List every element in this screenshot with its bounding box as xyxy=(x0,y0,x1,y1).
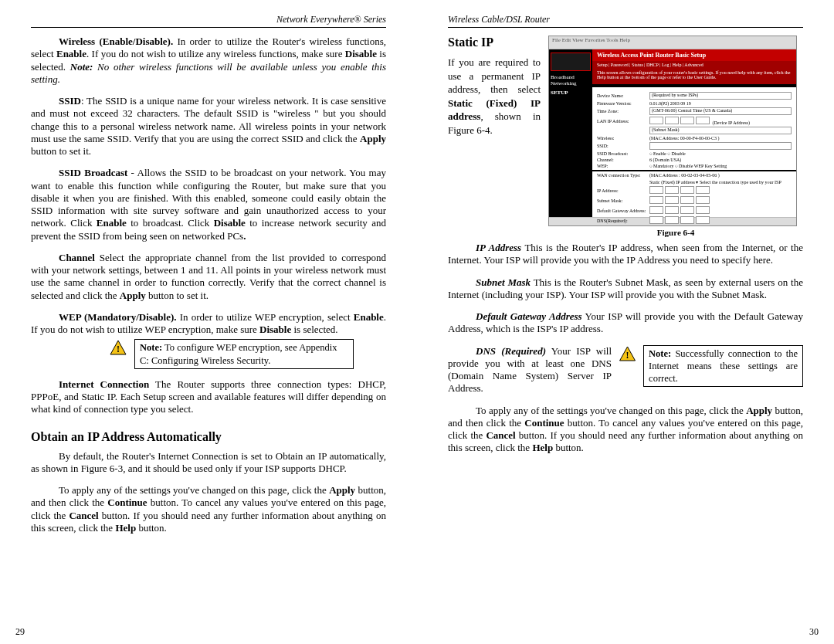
para-wep: WEP (Mandatory/Disable). In order to uti… xyxy=(31,311,386,337)
router-description: This screen allows configuration of your… xyxy=(592,69,796,84)
svg-text:!: ! xyxy=(117,344,120,354)
router-banner: Wireless Access Point Router Basic Setup xyxy=(592,49,796,61)
note-box-connection: Note: Successfully connection to the Int… xyxy=(643,345,803,388)
para-ssid: SSID: The SSID is a unique name for your… xyxy=(31,95,386,158)
warning-icon: ! xyxy=(618,345,637,364)
figure-caption-6-4: Figure 6-4 xyxy=(548,228,803,237)
note-box-wep: Note: To configure WEP encryption, see A… xyxy=(134,339,354,369)
heading-obtain-ip: Obtain an IP Address Automatically xyxy=(31,430,386,444)
screenshot-router-setup: File Edit View Favorites Tools Help Broa… xyxy=(548,36,797,226)
para-wireless-enable: Wireless (Enable/Disable). In order to u… xyxy=(31,36,386,86)
para-default-gateway: Default Gateway Address Your ISP will pr… xyxy=(448,310,803,336)
para-obtain-default: By default, the Router's Internet Connec… xyxy=(31,450,386,476)
para-ip-address: IP Address This is the Router's IP addre… xyxy=(448,242,803,267)
router-sidebar: Broadband Networking SETUP xyxy=(549,49,592,217)
para-apply-right: To apply any of the settings you've chan… xyxy=(448,405,803,455)
page-header-left: Network Everywhere® Series xyxy=(31,14,386,28)
browser-toolbar: File Edit View Favorites Tools Help xyxy=(549,36,796,49)
note-wep: ! Note: To configure WEP encryption, see… xyxy=(108,339,386,369)
warning-icon: ! xyxy=(108,339,128,358)
heading-static-ip: Static IP xyxy=(448,36,541,49)
page-29: Network Everywhere® Series Wireless (Ena… xyxy=(0,0,417,644)
para-apply-left: To apply any of the settings you've chan… xyxy=(31,484,386,534)
svg-text:!: ! xyxy=(626,350,629,361)
para-channel: Channel Select the appropriate channel f… xyxy=(31,252,386,302)
para-internet-connection: Internet Connection The Router supports … xyxy=(31,378,386,416)
para-dns: ! Note: Successfully connection to the I… xyxy=(448,345,803,395)
figure-6-4: File Edit View Favorites Tools Help Broa… xyxy=(548,36,803,237)
page-number-30: 30 xyxy=(809,626,819,638)
router-logo xyxy=(551,53,591,71)
para-static-ip-intro: If you are required to use a permanent I… xyxy=(448,56,541,137)
para-ssid-broadcast: SSID Broadcast - Allows the SSID to be b… xyxy=(31,167,386,242)
page-30: Wireless Cable/DSL Router Static IP If y… xyxy=(417,0,834,644)
page-number-29: 29 xyxy=(15,626,25,638)
para-subnet-mask: Subnet Mask This is the Router's Subnet … xyxy=(448,276,803,302)
page-header-right: Wireless Cable/DSL Router xyxy=(448,14,803,28)
router-tabs: Setup | Password | Status | DHCP | Log |… xyxy=(592,61,796,69)
router-form: Device Name:(Required by some ISPs) Firm… xyxy=(592,87,796,226)
